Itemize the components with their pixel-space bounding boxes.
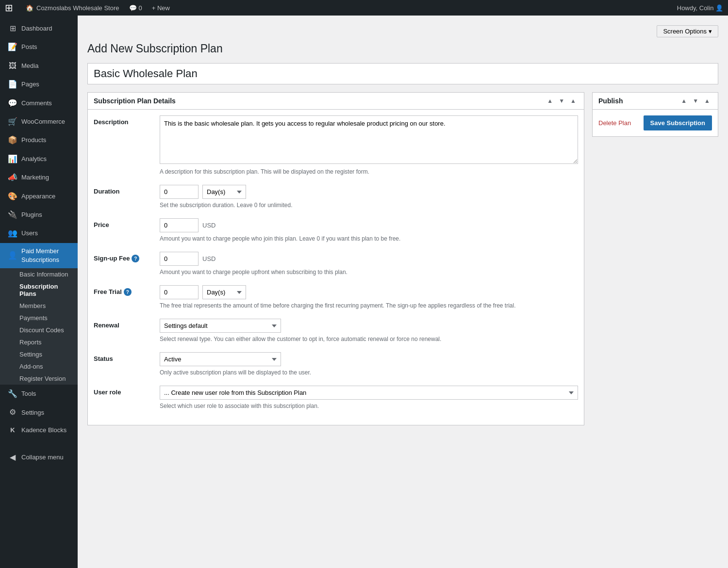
sidebar-item-kadence[interactable]: K Kadence Blocks [0, 422, 78, 438]
status-select[interactable]: Active Inactive [160, 352, 281, 366]
publish-toggle-button[interactable]: ▲ [702, 97, 712, 105]
sidebar-item-comments[interactable]: 💬 Comments [0, 94, 78, 113]
sidebar-item-paid-member[interactable]: 👤 Paid Member Subscriptions [0, 243, 78, 268]
price-currency: USD [202, 222, 215, 229]
sidebar-item-marketing[interactable]: 📣 Marketing [0, 168, 78, 187]
admin-sidebar: ⊞ Dashboard 📝 Posts 🖼 Media 📄 Pages 💬 Co… [0, 16, 78, 568]
sidebar-item-woocommerce[interactable]: 🛒 WooCommerce [0, 113, 78, 131]
renewal-field: Settings default Auto renewal Manual ren… [160, 319, 578, 342]
analytics-icon: 📊 [8, 154, 17, 164]
publish-metabox-header: Publish ▲ ▼ ▲ [593, 93, 718, 110]
metabox-collapse-down-button[interactable]: ▼ [557, 97, 566, 105]
comments-link[interactable]: 💬 0 [124, 4, 147, 12]
submenu-reports[interactable]: Reports [0, 336, 78, 348]
site-name[interactable]: 🏠 Cozmoslabs Wholesale Store [21, 4, 124, 12]
duration-unit-select[interactable]: Day(s) Week(s) Month(s) Year(s) [202, 185, 246, 199]
main-content: Screen Options ▾ Add New Subscription Pl… [78, 16, 728, 568]
sidebar-item-dashboard[interactable]: ⊞ Dashboard [0, 19, 78, 38]
collapse-icon: ◀ [8, 452, 17, 463]
duration-label: Duration [94, 185, 152, 209]
user-role-row: User role ... Create new user role from … [94, 386, 578, 409]
sidebar-item-plugins[interactable]: 🔌 Plugins [0, 206, 78, 224]
users-icon: 👥 [8, 228, 17, 239]
submenu-discount-codes[interactable]: Discount Codes [0, 324, 78, 336]
renewal-hint: Select renewal type. You can either allo… [160, 336, 578, 342]
sidebar-item-settings[interactable]: ⚙ Settings [0, 403, 78, 422]
publish-metabox-body: Delete Plan Save Subscription [593, 110, 718, 136]
submenu-register-version[interactable]: Register Version [0, 373, 78, 385]
site-icon: 🏠 [26, 4, 33, 12]
free-trial-help-icon[interactable]: ? [124, 288, 132, 296]
duration-inline: Day(s) Week(s) Month(s) Year(s) [160, 185, 578, 199]
plan-name-input[interactable] [87, 63, 718, 84]
submenu-basic-info[interactable]: Basic Information [0, 268, 78, 280]
metabox-toggle-button[interactable]: ▲ [568, 97, 578, 105]
submenu-members[interactable]: Members [0, 300, 78, 312]
metabox-controls: ▲ ▼ ▲ [545, 97, 578, 105]
user-role-label: User role [94, 386, 152, 409]
free-trial-row: Free Trial ? Day(s) Week(s) Month(s) [94, 285, 578, 309]
free-trial-hint: The free trial represents the amount of … [160, 302, 578, 309]
free-trial-field: Day(s) Week(s) Month(s) Year(s) The free… [160, 285, 578, 309]
signup-fee-inline: USD [160, 252, 578, 266]
sidebar-item-media[interactable]: 🖼 Media [0, 57, 78, 75]
publish-collapse-up-button[interactable]: ▲ [679, 97, 689, 105]
admin-bar: ⊞ 🏠 Cozmoslabs Wholesale Store 💬 0 + New… [0, 0, 728, 16]
signup-fee-number-input[interactable] [160, 252, 199, 266]
sidebar-item-analytics[interactable]: 📊 Analytics [0, 150, 78, 168]
sidebar-item-products[interactable]: 📦 Products [0, 131, 78, 149]
submenu-payments[interactable]: Payments [0, 312, 78, 324]
free-trial-number-input[interactable] [160, 285, 199, 299]
metabox-header: Subscription Plan Details ▲ ▼ ▲ [88, 93, 584, 110]
pages-icon: 📄 [8, 79, 17, 90]
signup-fee-hint: Amount you want to charge people upfront… [160, 269, 578, 276]
screen-options-button[interactable]: Screen Options ▾ [657, 25, 718, 37]
renewal-select[interactable]: Settings default Auto renewal Manual ren… [160, 319, 281, 333]
tools-icon: 🔧 [8, 389, 17, 399]
duration-number-input[interactable] [160, 185, 199, 199]
submenu-subscription-plans[interactable]: Subscription Plans [0, 280, 78, 300]
publish-collapse-down-button[interactable]: ▼ [691, 97, 700, 105]
appearance-icon: 🎨 [8, 191, 17, 202]
status-hint: Only active subscription plans will be d… [160, 369, 578, 376]
signup-fee-field: USD Amount you want to charge people upf… [160, 252, 578, 276]
media-icon: 🖼 [8, 61, 17, 71]
new-content-link[interactable]: + New [147, 4, 175, 12]
howdy-user[interactable]: Howdy, Colin 👤 [677, 4, 723, 12]
kadence-icon: K [8, 426, 17, 435]
user-role-select[interactable]: ... Create new user role from this Subsc… [160, 386, 578, 400]
price-field: USD Amount you want to charge people who… [160, 218, 578, 242]
signup-fee-label: Sign-up Fee ? [94, 252, 152, 276]
paid-member-submenu: Basic Information Subscription Plans Mem… [0, 268, 78, 385]
submenu-settings[interactable]: Settings [0, 348, 78, 360]
description-textarea[interactable]: This is the basic wholesale plan. It get… [160, 115, 578, 164]
save-subscription-button[interactable]: Save Subscription [644, 115, 712, 130]
sidebar-item-tools[interactable]: 🔧 Tools [0, 385, 78, 403]
price-number-input[interactable] [160, 218, 199, 232]
plugins-icon: 🔌 [8, 210, 17, 220]
screen-options-arrow: ▾ [709, 28, 712, 35]
renewal-row: Renewal Settings default Auto renewal Ma… [94, 319, 578, 342]
publish-metabox-controls: ▲ ▼ ▲ [679, 97, 712, 105]
sidebar-item-appearance[interactable]: 🎨 Appearance [0, 187, 78, 206]
subscription-details-metabox: Subscription Plan Details ▲ ▼ ▲ Descript… [87, 92, 584, 425]
wp-logo[interactable]: ⊞ [5, 2, 13, 14]
description-label: Description [94, 115, 152, 175]
description-row: Description This is the basic wholesale … [94, 115, 578, 175]
marketing-icon: 📣 [8, 172, 17, 183]
submenu-add-ons[interactable]: Add-ons [0, 360, 78, 373]
delete-plan-link[interactable]: Delete Plan [598, 119, 631, 127]
metabox-title: Subscription Plan Details [94, 97, 545, 105]
sidebar-item-posts[interactable]: 📝 Posts [0, 38, 78, 56]
price-row: Price USD Amount you want to charge peop… [94, 218, 578, 242]
collapse-menu-button[interactable]: ◀ Collapse menu [0, 448, 78, 467]
publish-metabox: Publish ▲ ▼ ▲ Delete Plan Save Subscript… [592, 92, 718, 137]
metabox-collapse-up-button[interactable]: ▲ [545, 97, 555, 105]
screen-options-bar: Screen Options ▾ [87, 25, 718, 37]
sidebar-item-pages[interactable]: 📄 Pages [0, 75, 78, 94]
free-trial-unit-select[interactable]: Day(s) Week(s) Month(s) Year(s) [202, 285, 246, 299]
sidebar-item-users[interactable]: 👥 Users [0, 224, 78, 243]
side-column: Publish ▲ ▼ ▲ Delete Plan Save Subscript… [592, 92, 718, 145]
signup-fee-currency: USD [202, 255, 215, 262]
signup-fee-help-icon[interactable]: ? [132, 255, 139, 262]
